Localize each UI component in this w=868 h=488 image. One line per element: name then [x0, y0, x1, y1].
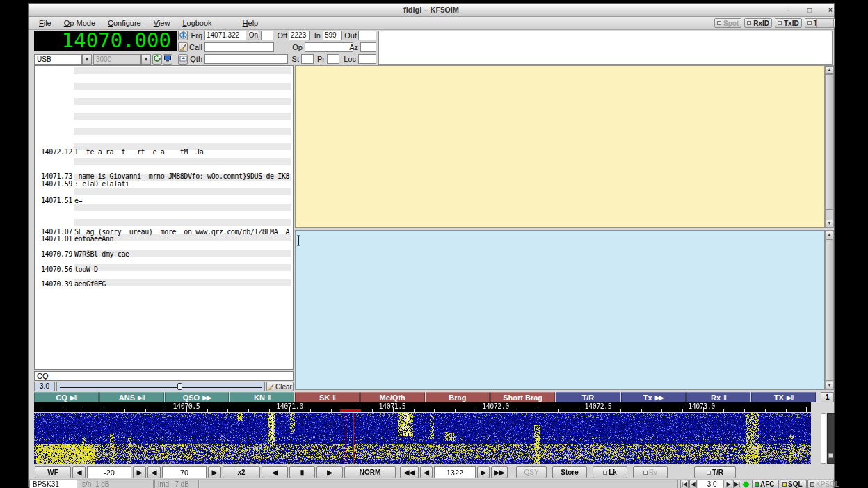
- mode-status[interactable]: BPSK31: [29, 480, 77, 488]
- browser-line[interactable]: 14070.79W7RšBl dmy cae: [35, 250, 293, 258]
- reload-icon[interactable]: [152, 54, 162, 65]
- wf-shift-left-button[interactable]: ◀: [262, 466, 288, 478]
- squelch-slider[interactable]: [56, 382, 265, 391]
- tx-scroll-down-icon[interactable]: ▼: [826, 382, 833, 389]
- macro-me-qth-button[interactable]: Me/Qth: [360, 392, 425, 402]
- macro-kn-button[interactable]: KN‖: [230, 392, 294, 402]
- mode-select[interactable]: USB: [34, 54, 82, 65]
- rx-scrollbar-thumb[interactable]: [826, 74, 833, 210]
- wf-upper-dec-button[interactable]: ◀: [147, 466, 161, 478]
- tx-text-panel[interactable]: [295, 230, 825, 390]
- lock-toggle[interactable]: Lk: [593, 466, 627, 478]
- rx-scrollbar[interactable]: ▲ ▼: [825, 65, 834, 228]
- sql-toggle[interactable]: SQL: [780, 480, 807, 488]
- pr-field[interactable]: [327, 54, 339, 64]
- tr-toggle[interactable]: T/R: [694, 466, 736, 478]
- waterfall-display[interactable]: [34, 413, 811, 464]
- title-bar[interactable]: fldigi – KF5OIM – □ ×: [29, 4, 834, 17]
- menu-op-mode[interactable]: Op Mode: [58, 19, 102, 27]
- afc-first-button[interactable]: |◀: [680, 480, 689, 488]
- browser-line[interactable]: 14071.01eotoaeeAnn: [35, 235, 293, 243]
- frequency-display[interactable]: 14070.000: [34, 31, 177, 51]
- macro-short-brag-button[interactable]: Short Brag: [490, 392, 555, 402]
- waterfall-gain-slider[interactable]: [827, 413, 835, 464]
- menu-logbook[interactable]: Logbook: [176, 19, 218, 27]
- frq-field[interactable]: 14071.322: [204, 31, 246, 40]
- qth-field[interactable]: [204, 54, 288, 64]
- store-button[interactable]: Store: [552, 466, 587, 478]
- call-field[interactable]: [204, 42, 274, 52]
- notes-box[interactable]: [378, 31, 833, 65]
- op-field[interactable]: [305, 42, 353, 52]
- menu-file[interactable]: File: [33, 19, 58, 27]
- browser-line[interactable]: 14070.56tooW D: [35, 266, 293, 273]
- clear-button[interactable]: Clear: [266, 382, 294, 391]
- carrier-inc-button[interactable]: ▶: [477, 466, 490, 478]
- macro-qso-button[interactable]: QSO▶▶: [165, 392, 230, 402]
- out-field[interactable]: [358, 31, 376, 40]
- macro-rx-button[interactable]: Rx‖: [686, 392, 751, 402]
- wf-norm-button[interactable]: NORM: [344, 466, 396, 478]
- rxid-toggle[interactable]: RxID: [744, 18, 772, 28]
- afc-last-button[interactable]: ▶|: [733, 480, 741, 488]
- macro-cq-button[interactable]: CQ▶‖: [34, 392, 99, 402]
- tx-scrollbar-thumb[interactable]: [826, 239, 833, 381]
- browser-line[interactable]: 14070.39aeoGf0EG: [35, 280, 293, 288]
- browser-line[interactable]: 14071.59: eTaD eTaTati: [35, 180, 293, 188]
- minimize-button[interactable]: –: [783, 6, 793, 15]
- globe-icon[interactable]: [178, 31, 188, 40]
- squelch-slider-thumb[interactable]: [177, 383, 182, 390]
- signal-browser[interactable]: 14072.12T te a ra t rt e a tM Ja14071.73…: [34, 65, 294, 370]
- tx-entry-line[interactable]: CQ: [34, 371, 294, 381]
- st-field[interactable]: [301, 54, 314, 64]
- carrier-dec-button[interactable]: ◀: [420, 466, 433, 478]
- wf-lower-value[interactable]: -20: [87, 466, 131, 478]
- carrier-seek-right-button[interactable]: ▶▶: [491, 466, 508, 478]
- wf-zoom-button[interactable]: x2: [223, 466, 260, 478]
- in-field[interactable]: 599: [323, 31, 342, 40]
- loc-field[interactable]: [358, 54, 376, 64]
- wf-hold-button[interactable]: ▮: [289, 466, 315, 478]
- waterfall-gain-thumb[interactable]: [828, 453, 833, 458]
- browser-line[interactable]: 14071.73 name is Giovanni mrno JM88DVfo:…: [35, 172, 293, 180]
- tx-scroll-up-icon[interactable]: ▲: [826, 231, 833, 238]
- macro-set-button[interactable]: 1: [821, 392, 834, 402]
- wf-lower-dec-button[interactable]: ◀: [72, 466, 86, 478]
- macro-ans-button[interactable]: ANS▶‖: [99, 392, 164, 402]
- afc-next-button[interactable]: ▶: [725, 480, 732, 488]
- az-field[interactable]: [360, 42, 376, 52]
- macro-sk-button[interactable]: SK‖: [295, 392, 360, 402]
- off-field[interactable]: 2223: [289, 31, 310, 40]
- carrier-seek-left-button[interactable]: ◀◀: [400, 466, 419, 478]
- afc-step-value[interactable]: -3.0: [698, 480, 724, 488]
- wf-lower-inc-button[interactable]: ▶: [133, 466, 146, 478]
- macro-brag-button[interactable]: Brag: [426, 392, 490, 402]
- browser-line[interactable]: 14071.51e=: [35, 197, 293, 204]
- capture-icon[interactable]: [178, 54, 188, 65]
- menu-view[interactable]: View: [147, 19, 177, 27]
- afc-toggle[interactable]: AFC: [752, 480, 779, 488]
- close-button[interactable]: ×: [826, 6, 835, 15]
- on-button[interactable]: On: [248, 31, 259, 40]
- afc-prev-button[interactable]: ◀: [689, 480, 697, 488]
- rx-scroll-down-icon[interactable]: ▼: [826, 220, 833, 227]
- rx-scroll-up-icon[interactable]: ▲: [826, 66, 833, 74]
- maximize-button[interactable]: □: [805, 6, 814, 15]
- menu-configure[interactable]: Configure: [102, 19, 147, 27]
- wf-upper-inc-button[interactable]: ▶: [208, 466, 221, 478]
- carrier-value[interactable]: 1322: [434, 466, 476, 478]
- macro-tx-button[interactable]: Tx▶▶: [621, 392, 686, 402]
- wf-upper-value[interactable]: 70: [162, 466, 207, 478]
- menu-help[interactable]: Help: [236, 19, 265, 27]
- monitor-icon[interactable]: [163, 54, 172, 65]
- on-field[interactable]: [261, 31, 273, 40]
- txid-toggle[interactable]: TxID: [775, 18, 802, 28]
- tx-scrollbar[interactable]: ▲ ▼: [825, 230, 834, 390]
- wf-shift-right-button[interactable]: ▶: [316, 466, 343, 478]
- rx-text-panel[interactable]: [295, 65, 825, 228]
- wf-mode-button[interactable]: WF: [35, 466, 71, 478]
- macro-t-r-button[interactable]: T/R: [556, 392, 620, 402]
- macro-tx-button[interactable]: TX▶‖: [751, 392, 816, 402]
- mode-select-arrow-icon[interactable]: ▼: [82, 54, 92, 65]
- browser-line[interactable]: 14072.12T te a ra t rt e a tM Ja: [35, 148, 293, 156]
